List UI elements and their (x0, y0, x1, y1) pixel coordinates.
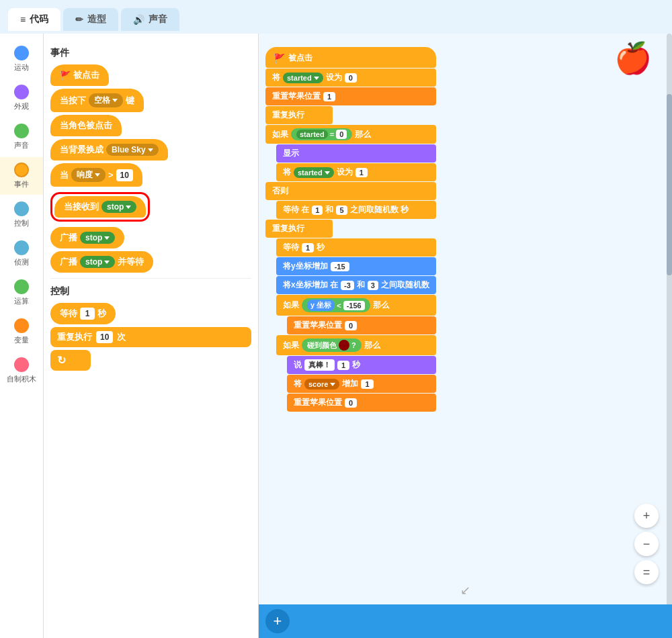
sidebar-item-motion[interactable]: 运动 (0, 40, 43, 78)
block-broadcast-wait[interactable]: 广播 stop 并等待 (50, 251, 153, 273)
add-block-button[interactable]: + (265, 609, 290, 633)
blocks-panel: 事件 🚩 被点击 当按下 空格 键 当角色被点击 当背景换成 Blue Sky … (44, 34, 259, 638)
block-change-score[interactable]: 将 score 增加 1 (287, 375, 436, 393)
sidebar-item-operators[interactable]: 运算 (0, 274, 43, 312)
zoom-reset-button[interactable]: = (634, 560, 659, 584)
sidebar-item-control[interactable]: 控制 (0, 196, 43, 234)
block-reset-apple-0b[interactable]: 重置苹果位置 0 (287, 394, 436, 412)
operators-dot (14, 279, 29, 294)
block-when-key-pressed[interactable]: 当按下 空格 键 (50, 89, 144, 112)
block-repeat-forever-2[interactable]: 重复执行 (265, 220, 333, 238)
sound-dot (14, 124, 29, 138)
color-swatch[interactable] (339, 340, 349, 351)
block-when-backdrop-switches[interactable]: 当背景换成 Blue Sky (50, 139, 168, 161)
block-if-y[interactable]: 如果 y 坐标 < -156 那么 (276, 295, 436, 316)
tab-code[interactable]: ≡ 代码 (8, 8, 60, 31)
block-when-receive-stop[interactable]: 当接收到 stop (54, 196, 146, 218)
sidebar-item-custom[interactable]: 自制积木 (0, 352, 43, 390)
block-broadcast[interactable]: 广播 stop (50, 227, 124, 248)
broadcast-dropdown[interactable]: stop (80, 232, 115, 244)
bottom-bar: + (259, 604, 672, 638)
block-repeat[interactable]: 重复执行 10 次 (50, 327, 251, 347)
divider (50, 278, 251, 279)
backdrop-dropdown[interactable]: Blue Sky (106, 144, 159, 156)
tab-sound[interactable]: 🔊 声音 (121, 8, 179, 31)
block-if-started[interactable]: 如果 started = 0 那么 (265, 125, 436, 144)
receive-dropdown[interactable]: stop (101, 201, 136, 213)
motion-dot (14, 46, 29, 60)
scrollbar[interactable] (667, 34, 672, 638)
reset-val-1: 1 (323, 92, 335, 101)
sidebar-item-label: 自制积木 (7, 374, 36, 384)
score-var-drop[interactable]: score (304, 379, 339, 390)
sidebar-item-label: 运动 (14, 62, 29, 73)
loop-icon: ↻ (57, 354, 66, 367)
flag-green-icon: 🚩 (274, 53, 285, 64)
main-script-stack: 🚩 被点击 将 started 设为 0 重置苹果位置 1 重复执行 (265, 47, 436, 412)
sidebar-item-variables[interactable]: 变量 (0, 313, 43, 351)
repeat-value[interactable]: 10 (96, 331, 113, 343)
block-set-started-1[interactable]: 将 started 设为 1 (276, 163, 436, 181)
started-var-drop[interactable]: started (283, 73, 323, 83)
control-section-title: 控制 (50, 285, 251, 298)
if-y-block: 如果 y 坐标 < -156 那么 重置苹果位置 0 (276, 295, 436, 334)
costume-icon: ✏ (75, 14, 83, 25)
set-val-1: 1 (355, 168, 368, 177)
if-color-block: 如果 碰到颜色 ? 那么 说 真棒！ 1 秒 将 (276, 335, 436, 412)
started-var-drop2[interactable]: started (294, 167, 334, 178)
if-started-block: 如果 started = 0 那么 显示 将 started 设为 (265, 125, 436, 219)
zoom-in-button[interactable]: + (634, 504, 659, 528)
y-condition: y 坐标 < -156 (302, 298, 370, 312)
apple-icon: 🍎 (614, 40, 652, 76)
key-dropdown[interactable]: 空格 (89, 93, 123, 107)
sidebar-item-label: 控制 (14, 218, 29, 228)
block-wait-random[interactable]: 等待 在 1 和 5 之间取随机数 秒 (276, 201, 436, 219)
block-forever[interactable]: ↻ (50, 350, 91, 371)
sidebar: 运动 外观 声音 事件 控制 侦测 运算 变量 (0, 34, 44, 638)
sensor-dropdown[interactable]: 响度 (71, 168, 106, 182)
sensor-value[interactable]: 10 (116, 169, 133, 181)
variables-dot (14, 318, 29, 333)
block-reset-apple-0[interactable]: 重置苹果位置 0 (287, 316, 436, 334)
events-dot (14, 163, 29, 177)
block-say[interactable]: 说 真棒！ 1 秒 (287, 356, 436, 374)
sidebar-item-label: 侦测 (14, 257, 29, 267)
wait-1-val: 1 (302, 243, 314, 253)
started-condition: started = 0 (291, 128, 352, 140)
control-dot (14, 201, 29, 216)
block-when-sprite-clicked[interactable]: 当角色被点击 (50, 115, 122, 136)
block-change-y[interactable]: 将y坐标增加 -15 (276, 257, 436, 275)
tab-costume[interactable]: ✏ 造型 (63, 8, 118, 31)
block-wait-1sec[interactable]: 等待 1 秒 (276, 238, 436, 257)
broadcast-wait-dropdown[interactable]: stop (80, 256, 115, 268)
sidebar-item-events[interactable]: 事件 (0, 157, 43, 195)
sidebar-item-sensing[interactable]: 侦测 (0, 235, 43, 273)
set-val-0: 0 (345, 73, 357, 83)
say-text: 真棒！ (304, 359, 335, 371)
events-section-title: 事件 (50, 47, 251, 59)
sidebar-item-sound[interactable]: 声音 (0, 118, 43, 156)
sensing-dot (14, 240, 29, 255)
block-when-loudness[interactable]: 当 响度 > 10 (50, 163, 142, 187)
wait-value[interactable]: 1 (80, 308, 95, 320)
say-duration: 1 (337, 361, 349, 370)
block-repeat-forever[interactable]: 重复执行 (265, 106, 333, 124)
block-wait[interactable]: 等待 1 秒 (50, 303, 116, 324)
block-else: 否则 (265, 182, 436, 200)
block-set-started-0[interactable]: 将 started 设为 0 (265, 69, 436, 87)
custom-dot (14, 357, 29, 372)
block-when-flag-clicked[interactable]: 🚩 被点击 (50, 64, 109, 86)
block-show[interactable]: 显示 (276, 144, 436, 163)
sidebar-item-label: 变量 (14, 335, 29, 345)
looks-dot (14, 85, 29, 99)
block-flag-hat[interactable]: 🚩 被点击 (265, 47, 436, 68)
scroll-arrow-icon: ↙ (460, 583, 470, 598)
scrollbar-thumb[interactable] (667, 94, 672, 275)
block-change-x[interactable]: 将x坐标增加 在 -3 和 3 之间取随机数 (276, 276, 436, 294)
block-if-color[interactable]: 如果 碰到颜色 ? 那么 (276, 335, 436, 355)
zoom-out-button[interactable]: − (634, 532, 659, 556)
sidebar-item-looks[interactable]: 外观 (0, 79, 43, 117)
block-reset-apple-1[interactable]: 重置苹果位置 1 (265, 87, 436, 105)
sidebar-item-label: 运算 (14, 296, 29, 306)
sidebar-item-label: 事件 (14, 179, 29, 189)
